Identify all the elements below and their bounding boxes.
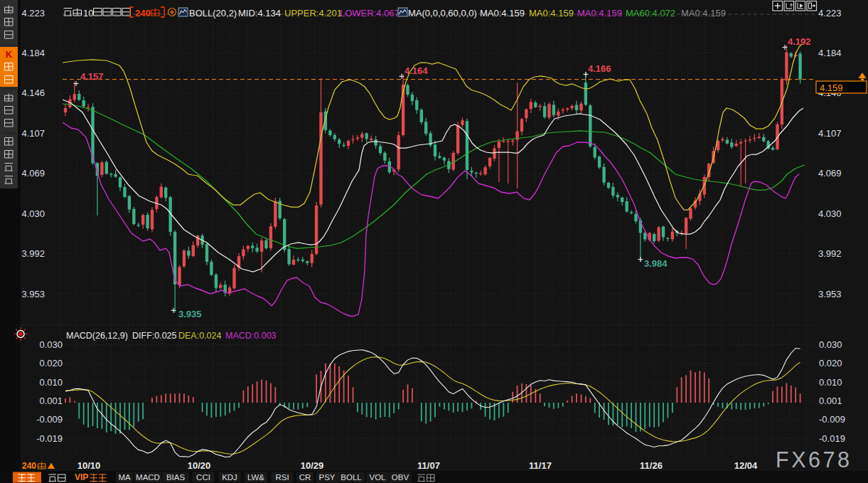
svg-text:4.184: 4.184	[818, 48, 842, 58]
svg-text:RSI: RSI	[275, 473, 289, 482]
svg-text:BOLL(20,2): BOLL(20,2)	[189, 8, 237, 18]
svg-text:3.992: 3.992	[21, 248, 45, 259]
svg-text:MA(0,0,0,60,0,0): MA(0,0,0,60,0,0)	[408, 8, 477, 18]
svg-text:KDJ: KDJ	[222, 473, 237, 482]
svg-text:4.107: 4.107	[21, 128, 45, 139]
svg-text:240: 240	[22, 461, 36, 471]
svg-text:MACD:0.003: MACD:0.003	[225, 331, 277, 341]
svg-text:3.992: 3.992	[818, 248, 842, 259]
svg-text:10/10: 10/10	[77, 460, 101, 471]
svg-text:4.107: 4.107	[818, 128, 842, 139]
svg-text:4.223: 4.223	[21, 8, 45, 18]
svg-text:10: 10	[83, 8, 93, 18]
svg-text:4.192: 4.192	[788, 36, 811, 47]
svg-text:4.166: 4.166	[588, 63, 611, 74]
svg-text:11/26: 11/26	[640, 460, 663, 471]
svg-text:0.030: 0.030	[819, 339, 842, 350]
svg-text:K: K	[6, 49, 13, 60]
svg-text:MA60:4.072: MA60:4.072	[626, 8, 675, 18]
svg-text:10/29: 10/29	[301, 460, 324, 471]
svg-text:4.164: 4.164	[404, 65, 428, 76]
svg-text:BIAS: BIAS	[166, 473, 186, 482]
svg-text:0.030: 0.030	[39, 339, 63, 350]
svg-text:VIP: VIP	[75, 472, 88, 482]
svg-text:3.935: 3.935	[178, 309, 202, 319]
svg-text:11/17: 11/17	[529, 460, 552, 471]
svg-text:CR: CR	[299, 473, 311, 482]
svg-text:MACD: MACD	[136, 473, 160, 482]
svg-text:4.223: 4.223	[818, 8, 842, 18]
svg-text:MA0:4.159: MA0:4.159	[577, 8, 622, 18]
svg-text:LOWER:4.067: LOWER:4.067	[340, 8, 400, 18]
svg-text:-0.009: -0.009	[36, 414, 63, 425]
svg-text:-0.009: -0.009	[819, 414, 845, 425]
svg-text:OBV: OBV	[392, 473, 409, 482]
svg-text:-0.019: -0.019	[819, 433, 845, 444]
svg-text:10/20: 10/20	[188, 460, 211, 471]
svg-text:0.010: 0.010	[39, 377, 63, 388]
svg-text:0.001: 0.001	[39, 396, 63, 406]
svg-text:PSY: PSY	[318, 473, 335, 482]
svg-text:MA: MA	[118, 473, 131, 482]
svg-text:4.184: 4.184	[21, 48, 45, 58]
svg-text:MACD(26,12,9): MACD(26,12,9)	[66, 331, 128, 341]
svg-text:MID:4.134: MID:4.134	[238, 8, 281, 18]
svg-text:3.953: 3.953	[21, 289, 45, 299]
svg-text:3.984: 3.984	[644, 258, 668, 269]
svg-text:MA0:4.159: MA0:4.159	[480, 8, 525, 18]
svg-text:11/07: 11/07	[417, 460, 440, 471]
svg-text:BOLL: BOLL	[341, 473, 362, 482]
svg-text:VOL: VOL	[369, 473, 386, 482]
svg-text:0.001: 0.001	[819, 396, 842, 406]
svg-text:FX678: FX678	[776, 447, 852, 472]
svg-text:4.146: 4.146	[21, 87, 45, 98]
svg-text:12/04: 12/04	[734, 460, 758, 471]
svg-text:-0.019: -0.019	[36, 433, 63, 444]
svg-text:LW&: LW&	[247, 473, 264, 482]
svg-text:3.953: 3.953	[818, 289, 842, 299]
svg-text:CCI: CCI	[196, 473, 210, 482]
svg-text:4.157: 4.157	[80, 71, 104, 82]
svg-text:DIFF:0.025: DIFF:0.025	[132, 331, 177, 341]
svg-text:4.069: 4.069	[818, 168, 842, 179]
svg-text:0.020: 0.020	[819, 358, 842, 368]
svg-text:4.069: 4.069	[21, 168, 45, 179]
svg-text:MA0:4.159: MA0:4.159	[529, 8, 574, 18]
svg-text:4.030: 4.030	[21, 208, 45, 219]
svg-text:4.030: 4.030	[818, 208, 842, 219]
svg-text:4.159: 4.159	[820, 83, 843, 93]
svg-text:0.010: 0.010	[819, 377, 842, 388]
svg-text:UPPER:4.201: UPPER:4.201	[284, 8, 342, 18]
svg-text:240: 240	[135, 8, 151, 18]
svg-text:MA0:4.159: MA0:4.159	[681, 8, 726, 18]
svg-text:DEA:0.024: DEA:0.024	[178, 331, 222, 341]
svg-text:0.020: 0.020	[39, 358, 63, 368]
